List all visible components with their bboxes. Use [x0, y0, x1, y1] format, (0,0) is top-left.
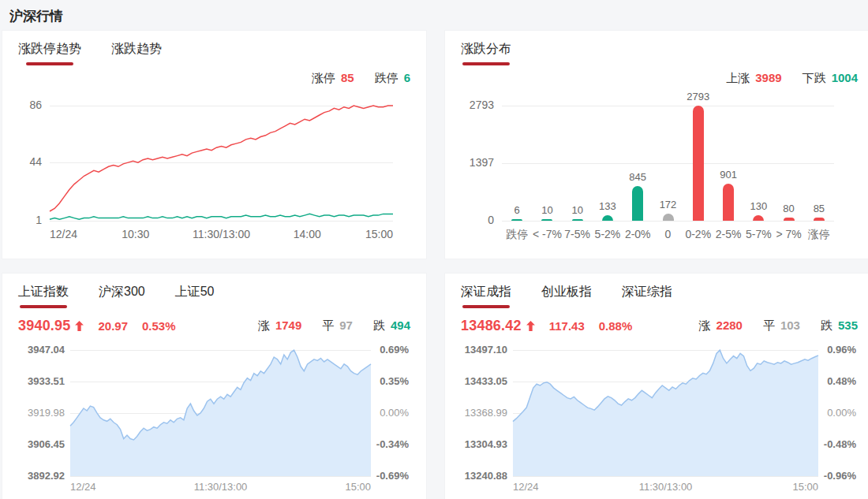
y-tick-price: 13497.10	[461, 343, 507, 356]
bar-value-label: 85	[795, 203, 843, 214]
tab-沪深300[interactable]: 沪深300	[99, 284, 145, 312]
stat-value: 6	[404, 71, 410, 84]
y-tick-percent: -0.48%	[818, 438, 856, 451]
stat-平: 平103	[763, 318, 800, 333]
dashboard-grid: 涨跌停趋势涨跌趋势 涨停85跌停6 8644112/2410:3011:30/1…	[2, 30, 868, 499]
active-tab-underline	[462, 305, 510, 308]
stat-value: 97	[339, 318, 353, 332]
tab-label: 创业板指	[541, 284, 592, 300]
stat-涨停: 涨停85	[312, 71, 354, 86]
price-area	[70, 338, 371, 496]
stat-label: 涨停	[312, 71, 335, 84]
tab-上证指数[interactable]: 上证指数	[18, 284, 69, 312]
stat-跌: 跌535	[821, 318, 858, 333]
limit-trend-stats: 涨停85跌停6	[18, 69, 410, 87]
stat-value: 103	[780, 318, 800, 332]
y-tick-percent: 0.69%	[371, 343, 409, 356]
y-tick-percent: 0.48%	[818, 374, 856, 388]
tab-涨跌分布[interactable]: 涨跌分布	[461, 41, 511, 69]
bar-2-5%	[723, 184, 734, 221]
tab-上证50[interactable]: 上证50	[175, 284, 215, 312]
stat-label: 跌停	[375, 71, 398, 84]
stat-涨: 涨1749	[258, 318, 301, 333]
index-price: 3940.95	[18, 318, 70, 334]
bar-value-label: 901	[705, 169, 752, 181]
stat-涨: 涨2280	[699, 318, 743, 333]
stat-label: 跌	[373, 318, 385, 332]
y-tick-price: 3919.98	[18, 406, 65, 419]
bar-7-5%	[572, 219, 583, 221]
stat-label: 下跌	[803, 71, 826, 84]
area-fill	[70, 350, 371, 476]
limit-trend-chart[interactable]: 8644112/2410:3011:30/13:0014:0015:00	[18, 89, 410, 247]
tab-label: 涨跌停趋势	[18, 41, 81, 58]
distribution-stats: 上涨3989下跌1004	[461, 69, 858, 87]
limit-trend-panel: 涨跌停趋势涨跌趋势 涨停85跌停6 8644112/2410:3011:30/1…	[2, 30, 427, 259]
series-line-跌停	[50, 214, 393, 219]
stat-label: 上涨	[726, 71, 750, 84]
shenzhen-index-chart[interactable]: 13497.100.96%13433.050.48%13368.990.00%1…	[461, 338, 858, 496]
y-tick-label: 2793	[461, 99, 494, 112]
shanghai-index-tabs: 上证指数沪深300上证50	[18, 284, 410, 312]
stat-跌: 跌494	[373, 318, 410, 333]
y-tick-label: 0	[461, 214, 494, 227]
shanghai-breadth-stats: 涨1749平97跌494	[258, 317, 410, 334]
stat-value: 2280	[716, 318, 743, 332]
bar-value-label: 133	[584, 200, 631, 212]
stat-value: 1749	[275, 318, 301, 332]
y-tick-percent: -0.34%	[371, 438, 409, 451]
gridline	[502, 163, 834, 164]
price-area	[513, 338, 818, 496]
distribution-chart[interactable]: 2793139706跌停10< -7%107-5%1335-2%8452-0%1…	[461, 89, 858, 247]
stat-平: 平97	[322, 318, 353, 333]
bar-value-label: 845	[614, 171, 661, 183]
y-tick-percent: 0.00%	[818, 406, 856, 419]
bar-> 7%	[784, 218, 795, 221]
y-tick-price: 13304.93	[461, 438, 507, 451]
stat-label: 平	[322, 318, 334, 332]
stat-上涨: 上涨3989	[726, 71, 781, 86]
shenzhen-index-tabs: 深证成指创业板指深证综指	[461, 284, 858, 312]
y-tick-price: 3892.92	[18, 469, 65, 482]
arrow-up-icon	[526, 321, 535, 331]
tab-创业板指[interactable]: 创业板指	[541, 284, 592, 312]
active-tab-underline	[462, 62, 510, 65]
tab-label: 深证综指	[622, 284, 672, 300]
stat-value: 494	[391, 318, 410, 332]
active-tab-underline	[20, 305, 67, 308]
tab-label: 深证成指	[461, 284, 511, 300]
y-tick-label: 86	[18, 99, 42, 112]
y-tick-percent: 0.00%	[371, 406, 409, 419]
stat-label: 平	[763, 318, 775, 332]
y-tick-label: 1	[18, 214, 42, 227]
tab-label: 沪深300	[99, 284, 145, 300]
y-tick-price: 3947.04	[18, 343, 65, 356]
bar-value-label: 172	[645, 199, 692, 210]
shenzhen-breadth-stats: 涨2280平103跌535	[699, 317, 858, 334]
tab-label: 上证50	[175, 284, 215, 300]
bar-0	[663, 214, 674, 221]
x-tick-label: 12/24	[70, 481, 96, 493]
tab-深证成指[interactable]: 深证成指	[461, 284, 511, 312]
stat-value: 85	[341, 71, 354, 84]
tab-涨跌趋势[interactable]: 涨跌趋势	[111, 41, 162, 69]
gridline	[502, 221, 834, 222]
bar-跌停	[511, 219, 522, 221]
bar-5-7%	[753, 215, 764, 221]
shanghai-index-chart[interactable]: 3947.040.69%3933.510.35%3919.980.00%3906…	[18, 338, 410, 496]
shenzhen-index-panel: 深证成指创业板指深证综指 13486.42 117.43 0.88% 涨2280…	[444, 273, 868, 499]
page-title: 沪深行情	[0, 0, 868, 30]
bar-涨停	[814, 218, 825, 221]
bar-value-label: 2793	[675, 91, 722, 102]
stat-value: 1004	[832, 71, 858, 84]
stat-label: 跌	[821, 318, 832, 332]
distribution-tabs: 涨跌分布	[461, 41, 858, 69]
series-line-涨停	[50, 106, 393, 211]
tab-深证综指[interactable]: 深证综指	[622, 284, 672, 312]
distribution-panel: 涨跌分布 上涨3989下跌1004 2793139706跌停10< -7%107…	[444, 30, 868, 259]
tab-涨跌停趋势[interactable]: 涨跌停趋势	[18, 41, 81, 69]
shanghai-index-panel: 上证指数沪深300上证50 3940.95 20.97 0.53% 涨1749平…	[2, 273, 427, 499]
index-change: 117.43	[549, 319, 585, 333]
y-tick-percent: -0.96%	[818, 469, 856, 482]
bar-< -7%	[541, 219, 552, 221]
